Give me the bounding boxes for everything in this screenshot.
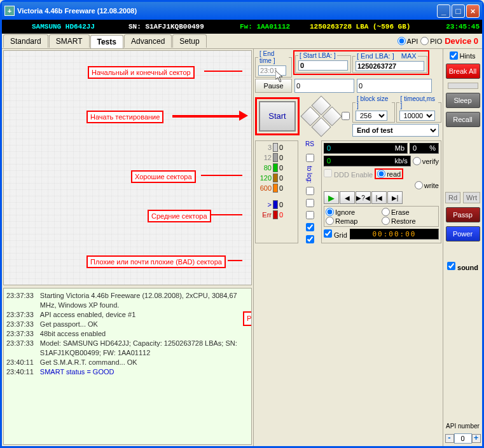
read-radio[interactable]: read (375, 168, 403, 179)
passp-button[interactable]: Passp (446, 207, 480, 222)
cur-lba-2[interactable] (357, 79, 432, 93)
recall-button[interactable]: Recall (446, 112, 480, 127)
tab-bar: Standard SMART Tests Advanced Setup API … (2, 34, 482, 49)
endtest-select[interactable]: End of test (352, 124, 439, 137)
drive-lba: 1250263728 LBA (~596 GB) (310, 23, 438, 31)
tab-standard[interactable]: Standard (3, 34, 48, 48)
hints-check[interactable]: Hints (450, 51, 475, 60)
annot-bad: Плохие или почти плохие (BAD) сектора (86, 255, 226, 268)
endlba-field: [ End LBA: ] MAX (352, 52, 427, 73)
endtime-input[interactable] (258, 65, 286, 76)
log-check-3[interactable] (306, 199, 314, 207)
apinum-input[interactable] (454, 433, 472, 444)
clock: 23:45:45 (444, 23, 480, 31)
tolog-label: to log: (306, 166, 314, 183)
info-bar: SAMSUNG HD642JJ SN: S1AFJ1KQB00499 Fw: 1… (2, 20, 482, 34)
api-radio[interactable]: API (398, 37, 418, 45)
drive-model: SAMSUNG HD642JJ (4, 23, 122, 31)
blocksize-select[interactable]: 256 (356, 111, 387, 121)
controls-panel: [ End time ] [ Start LBA: ] [ End LBA: ]… (253, 49, 443, 446)
rs-link[interactable]: RS (305, 140, 314, 147)
start-button[interactable]: Start (259, 101, 296, 132)
pio-radio[interactable]: PIO (420, 37, 442, 45)
annot-readonly: Режим только чтение (243, 311, 252, 326)
annot-range: Начальный и конечный сектор (88, 66, 195, 79)
drive-fw: Fw: 1AA01112 (240, 23, 303, 31)
progress-bar (448, 83, 478, 89)
start-highlight: Start (255, 97, 300, 135)
title-text: Victoria 4.46b Freeware (12.08.2008) (17, 7, 437, 15)
pause-button[interactable]: Pause (255, 79, 292, 93)
annot-start: Начать тестирование (86, 111, 163, 123)
verify-radio[interactable]: verify (413, 157, 439, 165)
tab-advanced[interactable]: Advanced (124, 34, 172, 48)
nav-diamond (302, 97, 339, 135)
block-legend: 30 120 800 1200 6000 >0 Err0 (255, 140, 298, 243)
timeout-select[interactable]: 10000 (399, 111, 435, 121)
graph-area: Начальный и конечный сектор Начать тести… (3, 50, 252, 285)
sound-check[interactable]: sound (447, 262, 478, 271)
ignore-radio[interactable]: Ignore (326, 208, 381, 216)
log-check-1[interactable] (306, 154, 314, 162)
breakall-button[interactable]: Break All (446, 64, 480, 79)
grid-check[interactable]: Grid (324, 229, 347, 239)
timeout-field: [ timeout,ms ] 10000 (396, 95, 441, 123)
erase-radio[interactable]: Erase (382, 208, 437, 216)
power-button[interactable]: Power (446, 226, 480, 241)
apinum-label: API number (446, 423, 480, 430)
log-check-2[interactable] (306, 187, 314, 195)
tab-setup[interactable]: Setup (172, 34, 206, 48)
log-check-6[interactable] (306, 235, 314, 243)
ddd-check[interactable]: DDD Enable (324, 169, 373, 179)
right-panel: Hints Break All Sleep Recall RdWrt Passp… (443, 49, 482, 446)
prev-button[interactable]: ◀ (340, 191, 355, 204)
maximize-button[interactable]: □ (452, 4, 465, 18)
annot-good: Хорошие сектора (131, 170, 196, 183)
startlba-input[interactable] (298, 60, 348, 71)
play-button[interactable]: ▶ (324, 191, 339, 204)
apinum-minus[interactable]: - (445, 434, 454, 443)
player-controls: ▶ ◀ ▶?◀ |◀ ▶| (324, 191, 439, 204)
timer-display: 00:00:00 (350, 229, 439, 240)
random-button[interactable]: ▶?◀ (356, 191, 371, 204)
startlba-field: [ Start LBA: ] (295, 52, 351, 73)
cur-lba-1[interactable] (294, 79, 354, 93)
restore-radio[interactable]: Restore (382, 217, 437, 225)
stats-panel: 0 Mb 0 % 0 kb/s verify DDD Enable read w… (321, 140, 441, 243)
endtime-field: [ End time ] (255, 50, 292, 78)
log-check-4[interactable] (306, 211, 314, 219)
log-check-5[interactable] (306, 223, 314, 231)
tab-smart[interactable]: SMART (49, 34, 90, 48)
drive-sn: SN: S1AFJ1KQB00499 (128, 23, 233, 31)
sleep-button[interactable]: Sleep (446, 93, 480, 108)
app-window: + Victoria 4.46b Freeware (12.08.2008) _… (0, 0, 484, 448)
titlebar[interactable]: + Victoria 4.46b Freeware (12.08.2008) _… (2, 2, 482, 20)
remap-radio[interactable]: Remap (326, 217, 381, 225)
apinum-spinner[interactable]: - + (445, 433, 481, 444)
nav-check[interactable] (342, 112, 350, 120)
tab-tests[interactable]: Tests (90, 35, 123, 48)
annot-medium: Средние сектора (148, 210, 211, 222)
blocksize-field: [ block size ] 256 (352, 95, 395, 123)
last-button[interactable]: ▶| (387, 191, 403, 204)
app-icon: + (4, 6, 15, 16)
close-button[interactable]: × (466, 4, 480, 18)
apinum-plus[interactable]: + (472, 434, 481, 443)
log-area[interactable]: 23:37:33Starting Victoria 4.46b Freeware… (3, 288, 252, 445)
write-radio[interactable]: write (415, 181, 439, 189)
minimize-button[interactable]: _ (437, 4, 450, 18)
rw-indicators: RdWrt (445, 192, 480, 203)
device-label: Device 0 (445, 36, 478, 46)
first-button[interactable]: |◀ (371, 191, 387, 204)
endlba-input[interactable] (356, 61, 424, 71)
